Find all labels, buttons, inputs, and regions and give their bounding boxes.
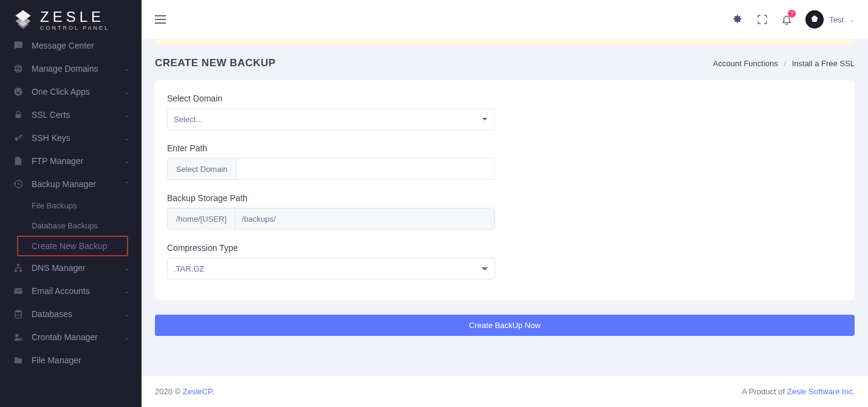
- field-label: Select Domain: [167, 94, 495, 103]
- sidebar-nav: Message Center Manage Domains ⌄ One Clic…: [0, 33, 142, 372]
- sidebar-item-file-manager[interactable]: File Manager: [0, 349, 142, 372]
- enter-path-input[interactable]: [237, 159, 494, 179]
- history-icon: [12, 179, 24, 189]
- breadcrumb-item[interactable]: Account Functions: [713, 59, 778, 68]
- storage-path-input-group: /home/[USER]: [167, 208, 495, 230]
- sidebar-submenu-backup: File Backups Database Backups: [0, 196, 142, 236]
- form-card: Select Domain Select... Enter Path Selec…: [155, 80, 855, 300]
- input-addon-label: Select Domain: [168, 159, 237, 179]
- sidebar-item-ssl-certs[interactable]: SSL Certs ⌄: [0, 103, 142, 126]
- chevron-down-icon: ⌄: [124, 333, 129, 341]
- key-icon: [12, 133, 24, 143]
- chat-icon: [12, 41, 24, 50]
- users-cog-icon: [12, 332, 24, 342]
- username-label: Test: [829, 15, 844, 24]
- bell-icon[interactable]: ?: [781, 13, 792, 26]
- sidebar-item-label: Message Center: [32, 41, 129, 50]
- sidebar-item-label: Backup Manager: [32, 179, 124, 189]
- chevron-down-icon: ⌄: [124, 111, 129, 119]
- field-label: Compression Type: [167, 243, 495, 253]
- footer-link-company[interactable]: Zesle Software Inc: [787, 387, 853, 396]
- compression-type-dropdown[interactable]: .TAR.GZ: [167, 258, 495, 279]
- lock-icon: [12, 110, 24, 120]
- footer: 2020 © ZesleCP. A Product of Zesle Softw…: [142, 375, 868, 407]
- topbar: ? Test ⌄: [142, 0, 868, 39]
- sidebar-item-label: One Click Apps: [32, 87, 124, 97]
- sidebar-item-label: File Manager: [32, 355, 129, 365]
- chevron-down-icon: ⌄: [124, 134, 129, 142]
- brand-logo[interactable]: ZESLE CONTROL PANEL: [0, 0, 142, 33]
- menu-toggle-icon[interactable]: [155, 15, 166, 24]
- fullscreen-icon[interactable]: [757, 14, 768, 25]
- create-backup-button[interactable]: Create BackUp Now: [155, 315, 855, 336]
- footer-left: 2020 © ZesleCP.: [155, 387, 214, 396]
- field-compression-type: Compression Type .TAR.GZ: [167, 243, 495, 279]
- field-select-domain: Select Domain Select...: [167, 94, 495, 130]
- chevron-down-icon: ⌄: [124, 157, 129, 165]
- chevron-down-icon: ⌄: [124, 65, 129, 73]
- sidebar-item-label: Crontab Manager: [32, 332, 124, 342]
- input-addon-prefix: /home/[USER]: [168, 208, 236, 229]
- svg-rect-9: [19, 270, 22, 272]
- chevron-up-icon: ⌃: [124, 180, 129, 188]
- logo-icon: [12, 9, 34, 31]
- sidebar-subitem-database-backups[interactable]: Database Backups: [32, 216, 142, 236]
- sidebar-item-crontab-manager[interactable]: Crontab Manager ⌄: [0, 326, 142, 349]
- avatar-icon: [805, 10, 824, 29]
- sidebar-subitem-create-new-backup[interactable]: Create New Backup: [17, 236, 128, 256]
- content: CREATE NEW BACKUP Account Functions / In…: [142, 39, 868, 375]
- notification-badge: ?: [788, 10, 796, 18]
- enter-path-input-group: Select Domain: [167, 158, 495, 180]
- sidebar-item-databases[interactable]: Databases ⌄: [0, 303, 142, 326]
- globe-icon: [12, 64, 24, 74]
- sidebar: ZESLE CONTROL PANEL Message Center Manag…: [0, 0, 142, 407]
- sidebar-item-backup-manager[interactable]: Backup Manager ⌃: [0, 173, 142, 196]
- user-menu[interactable]: Test ⌄: [805, 10, 855, 29]
- main: ? Test ⌄ CREATE NEW BACKUP Account Funct…: [142, 0, 868, 407]
- sidebar-subitem-label: Create New Backup: [32, 241, 114, 251]
- svg-rect-5: [15, 114, 21, 118]
- svg-point-12: [15, 334, 18, 337]
- chevron-down-icon: ⌄: [124, 287, 129, 295]
- leaf-icon[interactable]: [731, 13, 743, 26]
- storage-path-input: [236, 208, 494, 229]
- sidebar-item-ftp-manager[interactable]: FTP Manager ⌄: [0, 149, 142, 173]
- brand-tagline: CONTROL PANEL: [40, 25, 109, 31]
- brand-name: ZESLE: [40, 10, 109, 24]
- sidebar-item-email-accounts[interactable]: Email Accounts ⌄: [0, 279, 142, 303]
- wordpress-icon: [12, 87, 24, 97]
- sidebar-item-label: SSL Certs: [32, 110, 124, 120]
- footer-link-zeslecp[interactable]: ZesleCP: [183, 387, 212, 396]
- sidebar-item-manage-domains[interactable]: Manage Domains ⌄: [0, 57, 142, 80]
- field-label: Backup Storage Path: [167, 193, 495, 203]
- field-storage-path: Backup Storage Path /home/[USER]: [167, 193, 495, 230]
- sidebar-item-message-center[interactable]: Message Center: [0, 34, 142, 57]
- breadcrumb-separator: /: [784, 59, 786, 68]
- svg-point-13: [19, 338, 22, 340]
- sidebar-item-label: Databases: [32, 309, 124, 319]
- footer-right-text: A Product of: [742, 387, 787, 396]
- svg-rect-7: [17, 264, 19, 265]
- database-icon: [12, 309, 24, 319]
- field-label: Enter Path: [167, 143, 495, 153]
- page-title: CREATE NEW BACKUP: [155, 57, 276, 69]
- select-domain-dropdown[interactable]: Select...: [167, 108, 495, 130]
- footer-right: A Product of Zesle Software Inc.: [742, 387, 855, 396]
- sidebar-item-label: FTP Manager: [32, 156, 124, 166]
- svg-point-6: [15, 137, 18, 140]
- svg-rect-10: [14, 288, 22, 293]
- breadcrumb-item[interactable]: Install a Free SSL: [792, 59, 855, 68]
- chevron-down-icon: ⌄: [124, 88, 129, 96]
- sidebar-item-ssh-keys[interactable]: SSH Keys ⌄: [0, 126, 142, 149]
- sidebar-item-one-click-apps[interactable]: One Click Apps ⌄: [0, 80, 142, 103]
- sitemap-icon: [12, 263, 24, 273]
- sidebar-item-label: Email Accounts: [32, 286, 124, 296]
- folder-icon: [12, 355, 24, 365]
- copyright-text: 2020 ©: [155, 387, 183, 396]
- chevron-down-icon: ⌄: [124, 310, 129, 318]
- sidebar-item-label: SSH Keys: [32, 133, 124, 143]
- chevron-down-icon: ⌄: [849, 16, 855, 24]
- sidebar-item-dns-manager[interactable]: DNS Manager ⌄: [0, 256, 142, 279]
- svg-rect-8: [15, 270, 17, 272]
- sidebar-subitem-file-backups[interactable]: File Backups: [32, 196, 142, 216]
